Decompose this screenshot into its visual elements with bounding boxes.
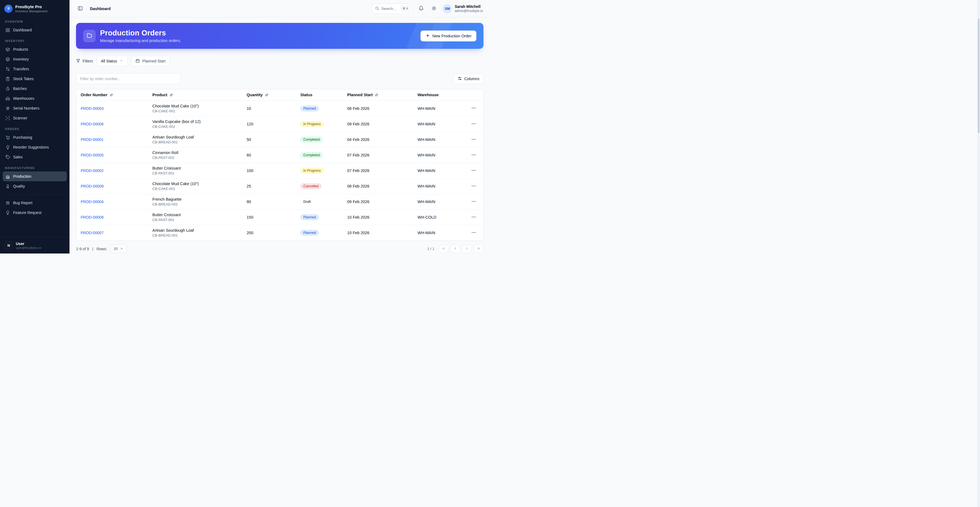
product-name: Butter Croissant: [152, 166, 238, 171]
sidebar-item-purchasing[interactable]: Purchasing: [3, 132, 67, 142]
warehouse-icon: [5, 96, 10, 101]
row-actions-button[interactable]: [469, 120, 478, 128]
order-number-link[interactable]: PROD-00004: [81, 199, 103, 204]
quantity-cell: 25: [242, 182, 296, 191]
sidebar-user-card[interactable]: N User user@frostbyte.co: [0, 237, 70, 254]
quantity-cell: 60: [242, 151, 296, 159]
column-header-status: Status: [296, 89, 343, 100]
product-name: Vanilla Cupcake (box of 12): [152, 120, 238, 124]
new-production-order-button[interactable]: New Production Order: [420, 30, 476, 41]
sidebar-item-products[interactable]: Products: [3, 45, 67, 54]
order-number-link[interactable]: PROD-00007: [81, 231, 103, 235]
panel-left-icon: [78, 6, 83, 12]
order-number-link[interactable]: PROD-00008: [81, 215, 103, 219]
prev-page-button[interactable]: [450, 245, 460, 253]
row-actions-button[interactable]: [469, 167, 478, 175]
warehouse-cell: WH-COLD: [413, 213, 464, 222]
column-header-quantity[interactable]: Quantity: [242, 89, 296, 100]
plus-icon: [425, 33, 430, 39]
sidebar-item-stock-takes[interactable]: Stock Takes: [3, 74, 67, 84]
app-name: Frostbyte Pro: [15, 4, 48, 9]
table-footer: 1-9 of 9 | Rows: 20 1 / 1: [76, 244, 484, 253]
clipboard-icon: [5, 77, 10, 81]
bug-icon: [5, 201, 10, 205]
warehouse-cell: WH-MAIN: [413, 135, 464, 144]
last-page-button[interactable]: [474, 245, 484, 253]
planned-start-cell: 09 Feb 2026: [343, 120, 413, 128]
quantity-cell: 100: [242, 166, 296, 175]
rows-per-page-select[interactable]: 20: [110, 244, 127, 253]
table-row[interactable]: PROD-00007 Artisan Sourdough Loaf CB-BRE…: [76, 225, 483, 241]
table-row[interactable]: PROD-00006 Vanilla Cupcake (box of 12) C…: [76, 116, 483, 132]
product-sku: CB-PAST-002: [152, 156, 238, 160]
scan-icon: [5, 116, 10, 121]
sidebar-item-inventory[interactable]: Inventory: [3, 54, 67, 64]
next-page-button[interactable]: [462, 245, 472, 253]
row-actions-button[interactable]: [469, 151, 478, 159]
sidebar-item-transfers[interactable]: Transfers: [3, 64, 67, 74]
global-search[interactable]: ⌘ K: [371, 3, 413, 14]
sidebar-item-dashboard[interactable]: Dashboard: [3, 25, 67, 35]
table-row[interactable]: PROD-00009 Chocolate Mud Cake (10") CB-C…: [76, 178, 483, 194]
row-actions-button[interactable]: [469, 182, 478, 190]
sidebar-item-bug-report[interactable]: Bug Report: [3, 198, 67, 208]
product-name: Cinnamon Roll: [152, 150, 238, 155]
row-actions-button[interactable]: [469, 213, 478, 221]
table-row[interactable]: PROD-00004 French Baguette CB-BREAD-002 …: [76, 194, 483, 209]
row-actions-button[interactable]: [469, 198, 478, 206]
order-number-link[interactable]: PROD-00009: [81, 184, 103, 188]
columns-button[interactable]: Columns: [453, 73, 484, 84]
row-actions-button[interactable]: [469, 229, 478, 237]
row-actions-button[interactable]: [469, 136, 478, 143]
sidebar-item-quality[interactable]: Quality: [3, 181, 67, 191]
sidebar-item-warehouses[interactable]: Warehouses: [3, 94, 67, 103]
sidebar-item-production[interactable]: Production: [3, 171, 67, 181]
funnel-icon: [76, 59, 80, 64]
first-page-button[interactable]: [439, 245, 448, 253]
table-row[interactable]: PROD-00002 Butter Croissant CB-PAST-001 …: [76, 163, 483, 178]
production-folder-icon: [83, 30, 95, 42]
status-filter-select[interactable]: All Status: [97, 56, 127, 66]
status-badge: Completed: [300, 137, 323, 143]
sidebar-item-batches[interactable]: Batches: [3, 84, 67, 94]
sidebar-item-scanner[interactable]: Scanner: [3, 113, 67, 123]
sidebar-item-reorder-suggestions[interactable]: Reorder Suggestions: [3, 142, 67, 152]
sort-icon: [110, 93, 113, 97]
production-orders-table: Order NumberProductQuantityStatusPlanned…: [76, 89, 484, 241]
sidebar-item-serial-numbers[interactable]: Serial Numbers: [3, 103, 67, 113]
order-number-link[interactable]: PROD-00003: [81, 106, 103, 111]
snowflake-icon: [6, 6, 11, 11]
calendar-icon: [135, 59, 140, 64]
tag-icon: [5, 155, 10, 159]
row-actions-button[interactable]: [469, 104, 478, 113]
chevrons-right-icon: [477, 246, 481, 251]
table-row[interactable]: PROD-00008 Butter Croissant CB-PAST-001 …: [76, 209, 483, 225]
planned-start-filter-button[interactable]: Planned Start: [131, 56, 170, 66]
table-row[interactable]: PROD-00005 Cinnamon Roll CB-PAST-002 60 …: [76, 147, 483, 163]
notifications-button[interactable]: [417, 4, 425, 13]
user-avatar: N: [4, 241, 13, 250]
order-number-link[interactable]: PROD-00006: [81, 122, 103, 126]
planned-start-cell: 08 Feb 2026: [343, 104, 413, 113]
sidebar-item-feature-request[interactable]: Feature Request: [3, 208, 67, 217]
table-toolbar: Columns: [76, 73, 484, 84]
column-header-order-number[interactable]: Order Number: [76, 89, 148, 100]
table-row[interactable]: PROD-00003 Chocolate Mud Cake (10") CB-C…: [76, 100, 483, 116]
ellipsis-icon: [471, 121, 476, 127]
global-search-input[interactable]: [381, 6, 398, 11]
user-menu[interactable]: SM Sarah Mitchell admin@frostbyte.io: [442, 4, 483, 13]
sidebar: Frostbyte Pro Inventory Management OVERV…: [0, 0, 70, 254]
sidebar-toggle-button[interactable]: [76, 4, 84, 13]
planned-start-cell: 10 Feb 2026: [343, 213, 413, 222]
order-number-link[interactable]: PROD-00005: [81, 153, 103, 157]
order-number-link[interactable]: PROD-00001: [81, 137, 103, 142]
order-number-filter-input[interactable]: [76, 73, 181, 84]
column-header-planned-start[interactable]: Planned Start: [343, 89, 413, 100]
sort-icon: [265, 93, 269, 97]
order-number-link[interactable]: PROD-00002: [81, 169, 103, 173]
table-row[interactable]: PROD-00001 Artisan Sourdough Loaf CB-BRE…: [76, 132, 483, 147]
snowflake-logo-icon: [4, 5, 13, 13]
column-header-product[interactable]: Product: [148, 89, 242, 100]
sidebar-item-sales[interactable]: Sales: [3, 152, 67, 162]
theme-toggle-button[interactable]: [430, 4, 438, 13]
